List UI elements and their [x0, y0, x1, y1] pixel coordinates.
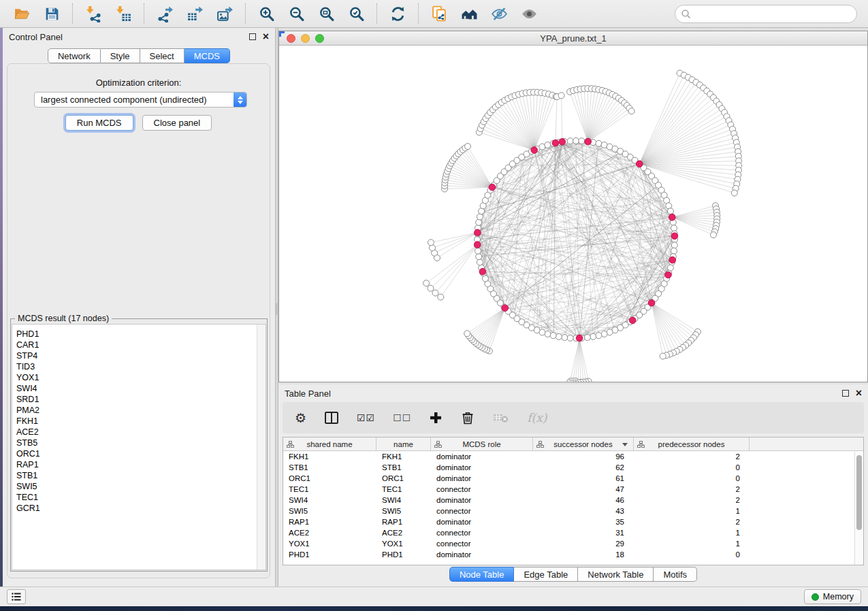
close-panel-icon[interactable]: ×: [263, 33, 269, 40]
table-cell[interactable]: 0: [634, 463, 750, 472]
float-panel-icon[interactable]: [842, 390, 849, 397]
mcds-result-item[interactable]: FKH1: [16, 416, 266, 427]
mcds-result-item[interactable]: SRD1: [16, 394, 266, 405]
table-cell[interactable]: 46: [533, 496, 634, 504]
table-row[interactable]: STB1STB1dominator620: [283, 462, 863, 473]
table-cell[interactable]: FKH1: [283, 452, 376, 461]
export-table-button[interactable]: [182, 2, 207, 25]
table-cell[interactable]: 2: [634, 496, 750, 504]
table-cell[interactable]: connector: [431, 507, 533, 515]
table-cell[interactable]: 35: [533, 518, 634, 526]
table-cell[interactable]: connector: [431, 485, 533, 493]
column-header-predecessor-nodes[interactable]: predecessor nodes: [634, 437, 750, 450]
table-body[interactable]: FKH1FKH1dominator962STB1STB1dominator620…: [283, 451, 863, 560]
table-cell[interactable]: SWI4: [376, 496, 431, 504]
float-panel-icon[interactable]: [249, 33, 256, 40]
table-cell[interactable]: 62: [533, 463, 634, 472]
frames-list-button[interactable]: [7, 589, 26, 604]
column-header-name[interactable]: name: [376, 437, 431, 450]
table-row[interactable]: RAP1RAP1dominator352: [283, 516, 863, 527]
canvas-splitter-handle[interactable]: [568, 378, 578, 381]
network-graph[interactable]: [279, 46, 867, 382]
table-cell[interactable]: 1: [634, 507, 750, 515]
tab-motifs[interactable]: Motifs: [654, 567, 697, 582]
mcds-result-item[interactable]: PHD1: [16, 329, 266, 340]
mcds-result-item[interactable]: STB1: [16, 470, 266, 481]
export-image-button[interactable]: [212, 2, 237, 25]
table-cell[interactable]: connector: [431, 529, 533, 537]
table-row[interactable]: SWI5SWI5connector431: [283, 506, 863, 516]
export-network-button[interactable]: [152, 2, 177, 25]
table-cell[interactable]: 2: [634, 452, 750, 461]
open-file-button[interactable]: [10, 2, 34, 25]
table-cell[interactable]: ORC1: [283, 474, 376, 482]
node-table[interactable]: shared namenameMCDS rolesuccessor nodesp…: [283, 437, 864, 565]
table-row[interactable]: ACE2ACE2connector311: [283, 527, 863, 538]
table-row[interactable]: TEC1TEC1connector472: [283, 484, 863, 495]
network-home-button[interactable]: [457, 2, 481, 25]
criterion-dropdown[interactable]: largest connected component (undirected): [34, 92, 247, 108]
import-network-button[interactable]: [81, 2, 106, 25]
search-field[interactable]: [675, 5, 857, 23]
close-panel-button[interactable]: Close panel: [142, 115, 212, 131]
mcds-result-item[interactable]: ORC1: [16, 448, 266, 459]
mcds-result-item[interactable]: RAP1: [16, 459, 266, 470]
table-cell[interactable]: TEC1: [283, 485, 376, 493]
table-cell[interactable]: STB1: [283, 463, 376, 472]
delete-column-trash-icon[interactable]: [460, 409, 475, 427]
table-cell[interactable]: 31: [533, 529, 634, 537]
splitter-handle[interactable]: [276, 303, 278, 315]
zoom-fit-button[interactable]: [314, 2, 338, 25]
mcds-result-item[interactable]: CAR1: [16, 340, 266, 350]
table-cell[interactable]: RAP1: [376, 518, 431, 526]
mcds-result-item[interactable]: PMA2: [16, 405, 266, 416]
tab-edge-table[interactable]: Edge Table: [514, 567, 578, 582]
table-cell[interactable]: SWI5: [376, 507, 431, 515]
table-cell[interactable]: 29: [533, 540, 634, 548]
table-cell[interactable]: 47: [533, 485, 634, 493]
table-cell[interactable]: YOX1: [283, 540, 376, 548]
scrollbar-thumb[interactable]: [856, 455, 862, 530]
table-cell[interactable]: ORC1: [376, 474, 431, 482]
table-header-row[interactable]: shared namenameMCDS rolesuccessor nodesp…: [283, 437, 863, 451]
table-cell[interactable]: 0: [634, 474, 750, 482]
table-cell[interactable]: dominator: [431, 474, 533, 482]
close-panel-icon[interactable]: ×: [856, 390, 862, 397]
mcds-result-item[interactable]: STB5: [16, 437, 266, 448]
network-canvas[interactable]: [279, 46, 867, 382]
mcds-result-item[interactable]: SWI4: [16, 383, 266, 394]
table-row[interactable]: ORC1ORC1dominator610: [283, 473, 863, 484]
deselect-all-checkboxes-icon[interactable]: ☐☐: [393, 409, 411, 427]
show-graphics-details-button[interactable]: [517, 2, 541, 25]
mcds-result-item[interactable]: ACE2: [16, 427, 266, 437]
table-cell[interactable]: FKH1: [376, 452, 431, 461]
search-input[interactable]: [692, 7, 856, 21]
mcds-result-item[interactable]: YOX1: [16, 372, 266, 383]
mcds-result-item[interactable]: SWI5: [16, 481, 266, 492]
tab-style[interactable]: Style: [101, 48, 140, 63]
mcds-result-list[interactable]: PHD1CAR1STP4TID3YOX1SWI4SRD1PMA2FKH1ACE2…: [12, 324, 266, 570]
tab-select[interactable]: Select: [140, 48, 184, 63]
table-cell[interactable]: STB1: [376, 463, 431, 472]
table-cell[interactable]: RAP1: [283, 518, 376, 526]
table-cell[interactable]: SWI4: [283, 496, 376, 504]
column-header-shared-name[interactable]: shared name: [283, 437, 376, 450]
mcds-result-item[interactable]: TID3: [16, 361, 266, 372]
table-cell[interactable]: connector: [431, 540, 533, 548]
hide-graphics-details-button[interactable]: [487, 2, 511, 25]
table-cell[interactable]: 2: [634, 518, 750, 526]
tab-node-table[interactable]: Node Table: [449, 567, 515, 582]
table-cell[interactable]: PHD1: [376, 550, 431, 559]
table-cell[interactable]: ACE2: [283, 529, 376, 537]
select-all-checkboxes-icon[interactable]: ☑☑: [357, 409, 375, 427]
mcds-result-item[interactable]: GCR1: [16, 503, 266, 514]
zoom-out-button[interactable]: [284, 2, 308, 25]
table-cell[interactable]: 96: [533, 452, 634, 461]
memory-button[interactable]: Memory: [804, 589, 861, 604]
column-settings-gear-icon[interactable]: ⚙: [295, 409, 306, 427]
mcds-result-item[interactable]: STP4: [16, 350, 266, 361]
table-cell[interactable]: 1: [634, 529, 750, 537]
import-table-button[interactable]: [111, 2, 135, 25]
zoom-in-button[interactable]: [254, 2, 278, 25]
result-list-scrollbar[interactable]: [257, 325, 266, 569]
